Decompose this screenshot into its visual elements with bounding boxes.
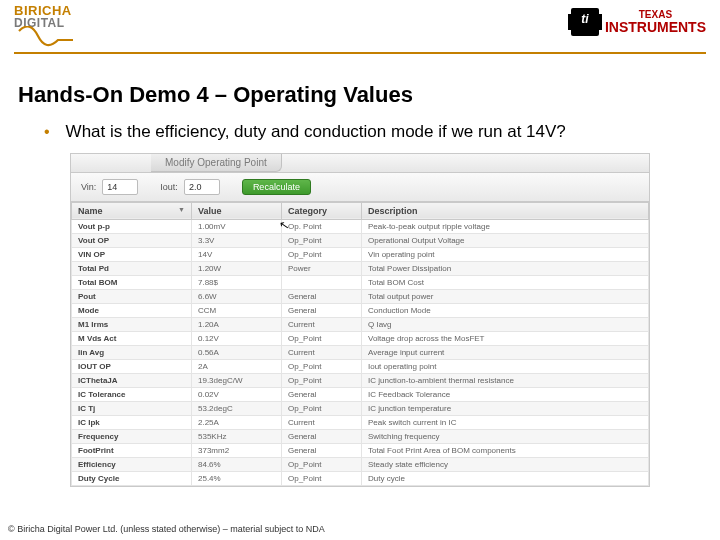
bullet-text: What is the efficiency, duty and conduct… xyxy=(66,122,566,142)
table-row[interactable]: Total Pd1.20WPowerTotal Power Dissipatio… xyxy=(72,261,649,275)
cell-value: 373mm2 xyxy=(192,443,282,457)
table-row[interactable]: Frequency535KHzGeneralSwitching frequenc… xyxy=(72,429,649,443)
vin-input[interactable]: 14 xyxy=(102,179,138,195)
values-table: Name▼ Value Category Description Vout p-… xyxy=(71,202,649,486)
table-row[interactable]: Duty Cycle25.4%Op_PointDuty cycle xyxy=(72,471,649,485)
table-row[interactable]: ICThetaJA19.3degC/WOp_PointIC junction-t… xyxy=(72,373,649,387)
cell-name: Mode xyxy=(72,303,192,317)
biricha-logo: BIRICHA DIGITAL xyxy=(14,4,72,29)
cell-category: Op_Point xyxy=(282,373,362,387)
cell-name: VIN OP xyxy=(72,247,192,261)
cell-value: 25.4% xyxy=(192,471,282,485)
recalculate-button[interactable]: Recalculate xyxy=(242,179,311,195)
table-row[interactable]: Vout p-p1.00mVOp. PointPeak-to-peak outp… xyxy=(72,219,649,233)
table-row[interactable]: VIN OP14VOp_PointVin operating point xyxy=(72,247,649,261)
cell-description: Iout operating point xyxy=(362,359,649,373)
col-description[interactable]: Description xyxy=(362,202,649,219)
cell-category: Current xyxy=(282,415,362,429)
cell-category: Op_Point xyxy=(282,457,362,471)
cell-description: IC Feedback Tolerance xyxy=(362,387,649,401)
iout-input[interactable]: 2.0 xyxy=(184,179,220,195)
cell-name: Duty Cycle xyxy=(72,471,192,485)
bullet-item: • What is the efficiency, duty and condu… xyxy=(44,122,720,143)
cell-category: General xyxy=(282,429,362,443)
cell-category: Power xyxy=(282,261,362,275)
ti-chip-icon: ti xyxy=(571,8,599,36)
cell-category: Current xyxy=(282,317,362,331)
cell-category: General xyxy=(282,387,362,401)
cell-category xyxy=(282,275,362,289)
cell-description: Peak switch current in IC xyxy=(362,415,649,429)
cell-value: 0.56A xyxy=(192,345,282,359)
table-row[interactable]: M Vds Act0.12VOp_PointVoltage drop acros… xyxy=(72,331,649,345)
table-row[interactable]: Vout OP3.3VOp_PointOperational Output Vo… xyxy=(72,233,649,247)
cell-value: CCM xyxy=(192,303,282,317)
cell-category: Op_Point xyxy=(282,359,362,373)
cell-description: Peak-to-peak output ripple voltage xyxy=(362,219,649,233)
cell-description: Switching frequency xyxy=(362,429,649,443)
cell-value: 1.20A xyxy=(192,317,282,331)
cell-name: Frequency xyxy=(72,429,192,443)
modify-bar: Modify Operating Point xyxy=(71,154,649,173)
slide-header: BIRICHA DIGITAL tiTEXASINSTRUMENTS xyxy=(0,0,720,60)
modify-title: Modify Operating Point xyxy=(151,154,282,172)
biricha-wave-icon xyxy=(18,26,74,48)
cell-name: IC Ipk xyxy=(72,415,192,429)
table-row[interactable]: IC Ipk2.25ACurrentPeak switch current in… xyxy=(72,415,649,429)
col-name[interactable]: Name▼ xyxy=(72,202,192,219)
cell-description: Duty cycle xyxy=(362,471,649,485)
cell-name: Efficiency xyxy=(72,457,192,471)
cell-name: IC Tolerance xyxy=(72,387,192,401)
page-title: Hands-On Demo 4 – Operating Values xyxy=(18,82,720,108)
cell-category: Op_Point xyxy=(282,471,362,485)
table-row[interactable]: IC Tj53.2degCOp_PointIC junction tempera… xyxy=(72,401,649,415)
footer-text: © Biricha Digital Power Ltd. (unless sta… xyxy=(8,524,325,534)
cell-category: General xyxy=(282,289,362,303)
table-row[interactable]: FootPrint373mm2GeneralTotal Foot Print A… xyxy=(72,443,649,457)
cell-value: 2A xyxy=(192,359,282,373)
cell-description: Total BOM Cost xyxy=(362,275,649,289)
cell-description: Total output power xyxy=(362,289,649,303)
table-row[interactable]: Iin Avg0.56ACurrentAverage input current xyxy=(72,345,649,359)
cell-value: 0.12V xyxy=(192,331,282,345)
ti-wordmark: TEXASINSTRUMENTS xyxy=(605,10,706,34)
cell-value: 1.00mV xyxy=(192,219,282,233)
bullet-icon: • xyxy=(44,122,50,143)
iout-label: Iout: xyxy=(160,182,178,192)
cell-category: Op_Point xyxy=(282,233,362,247)
cell-description: Vin operating point xyxy=(362,247,649,261)
cell-name: Total Pd xyxy=(72,261,192,275)
table-header-row: Name▼ Value Category Description xyxy=(72,202,649,219)
table-row[interactable]: Efficiency84.6%Op_PointSteady state effi… xyxy=(72,457,649,471)
table-row[interactable]: Total BOM7.88$Total BOM Cost xyxy=(72,275,649,289)
cell-name: M1 Irms xyxy=(72,317,192,331)
cell-value: 3.3V xyxy=(192,233,282,247)
cell-value: 84.6% xyxy=(192,457,282,471)
cell-value: 19.3degC/W xyxy=(192,373,282,387)
ti-logo: tiTEXASINSTRUMENTS xyxy=(571,8,706,36)
cell-category: Op. Point xyxy=(282,219,362,233)
table-row[interactable]: Pout6.6WGeneralTotal output power xyxy=(72,289,649,303)
col-value[interactable]: Value xyxy=(192,202,282,219)
cell-name: Iin Avg xyxy=(72,345,192,359)
sort-icon[interactable]: ▼ xyxy=(178,206,185,213)
cell-name: FootPrint xyxy=(72,443,192,457)
table-row[interactable]: ModeCCMGeneralConduction Mode xyxy=(72,303,649,317)
cell-name: Vout OP xyxy=(72,233,192,247)
cell-name: IOUT OP xyxy=(72,359,192,373)
cell-category: General xyxy=(282,303,362,317)
operating-values-panel: Modify Operating Point Vin: 14 Iout: 2.0… xyxy=(70,153,650,487)
col-category[interactable]: Category xyxy=(282,202,362,219)
vin-label: Vin: xyxy=(81,182,96,192)
cell-name: Vout p-p xyxy=(72,219,192,233)
table-row[interactable]: IOUT OP2AOp_PointIout operating point xyxy=(72,359,649,373)
cell-description: IC junction temperature xyxy=(362,401,649,415)
cell-description: Average input current xyxy=(362,345,649,359)
cell-category: Op_Point xyxy=(282,247,362,261)
cell-category: Op_Point xyxy=(282,401,362,415)
table-row[interactable]: M1 Irms1.20ACurrentQ Iavg xyxy=(72,317,649,331)
cell-value: 53.2degC xyxy=(192,401,282,415)
cell-description: Steady state efficiency xyxy=(362,457,649,471)
table-row[interactable]: IC Tolerance0.02VGeneralIC Feedback Tole… xyxy=(72,387,649,401)
cell-category: Op_Point xyxy=(282,331,362,345)
